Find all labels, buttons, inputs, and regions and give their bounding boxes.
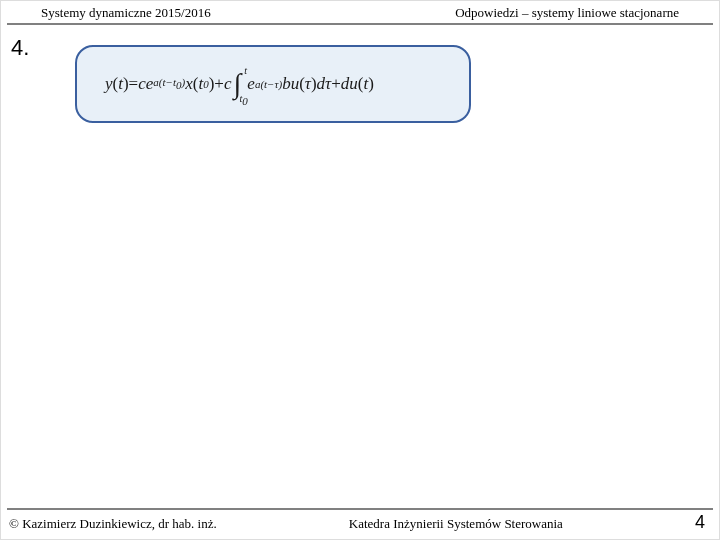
page-number: 4 bbox=[695, 512, 711, 533]
footer-divider bbox=[7, 508, 713, 510]
header-divider bbox=[7, 23, 713, 25]
f-c: c bbox=[224, 74, 232, 94]
item-number: 4. bbox=[11, 35, 29, 61]
slide: Systemy dynamiczne 2015/2016 Odpowiedzi … bbox=[0, 0, 720, 540]
int-upper: t bbox=[244, 68, 247, 74]
header-left-text: Systemy dynamiczne 2015/2016 bbox=[41, 5, 211, 21]
f-bu: bu bbox=[282, 74, 299, 94]
f-rp4: ) bbox=[368, 74, 374, 94]
f-x: x bbox=[185, 74, 193, 94]
slide-header: Systemy dynamiczne 2015/2016 Odpowiedzi … bbox=[1, 1, 719, 23]
footer-department: Katedra Inżynierii Systemów Sterowania bbox=[217, 516, 695, 532]
integral-icon: ∫tt0 bbox=[233, 76, 241, 93]
header-right-text: Odpowiedzi – systemy liniowe stacjonarne bbox=[455, 5, 679, 21]
footer-row: © Kazimierz Duzinkiewicz, dr hab. inż. K… bbox=[1, 512, 719, 539]
f-exp1a: a(t−t bbox=[153, 76, 176, 88]
f-plus2: + bbox=[331, 74, 341, 94]
f-du: du bbox=[341, 74, 358, 94]
f-eq: )= bbox=[123, 74, 138, 94]
int-lower-0: 0 bbox=[242, 95, 248, 107]
f-rp-plus: )+ bbox=[209, 74, 224, 94]
slide-footer: © Kazimierz Duzinkiewicz, dr hab. inż. K… bbox=[1, 508, 719, 539]
formula-box: y(t)= cea(t−t0)x(t0)+c∫tt0 ea(t−τ)bu(τ)d… bbox=[75, 45, 471, 123]
f-y: y bbox=[105, 74, 113, 94]
formula-expression: y(t)= cea(t−t0)x(t0)+c∫tt0 ea(t−τ)bu(τ)d… bbox=[105, 74, 374, 94]
f-exp1: a(t−t0) bbox=[153, 82, 185, 85]
f-e: e bbox=[247, 74, 255, 94]
footer-author: © Kazimierz Duzinkiewicz, dr hab. inż. bbox=[9, 516, 217, 532]
f-d: d bbox=[317, 74, 326, 94]
f-ce: ce bbox=[138, 74, 153, 94]
int-lower: t0 bbox=[239, 96, 247, 102]
